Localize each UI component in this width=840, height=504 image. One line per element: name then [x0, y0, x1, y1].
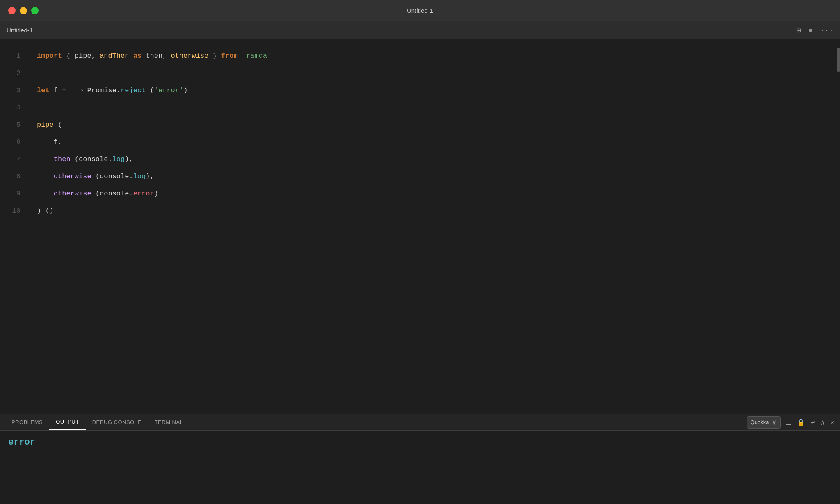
tab-debug-console[interactable]: DEBUG CONSOLE: [86, 414, 148, 430]
fn-then: then: [54, 151, 71, 168]
tab-problems[interactable]: PROBLEMS: [5, 414, 49, 430]
tab-output[interactable]: OUTPUT: [49, 414, 85, 430]
titlebar: Untitled-1: [0, 0, 840, 21]
method-error: error: [133, 185, 154, 202]
kw-as: as: [133, 48, 142, 65]
tab-terminal[interactable]: TERMINAL: [148, 414, 190, 430]
fn-otherwise-2: otherwise: [54, 185, 91, 202]
line-num-1: 1: [0, 48, 29, 65]
line-num-6: 6: [0, 134, 29, 151]
line-num-7: 7: [0, 151, 29, 168]
panel-content: error: [0, 431, 840, 504]
split-editor-icon[interactable]: ⊞: [797, 26, 801, 35]
code-line-8: otherwise (console. log ),: [37, 168, 837, 185]
code-line-2: [37, 65, 837, 82]
scrollbar-thumb[interactable]: [837, 48, 840, 72]
line-num-8: 8: [0, 168, 29, 185]
tab-actions: ⊞ ● ···: [797, 26, 833, 35]
lock-icon[interactable]: 🔒: [796, 418, 806, 427]
output-source-selector[interactable]: Quokka ∨: [747, 416, 781, 429]
str-ramda: 'ramda': [242, 48, 271, 65]
code-line-3: let f = _ ⇒ Promise. reject ( 'error' ): [37, 82, 837, 99]
close-button[interactable]: [8, 7, 16, 14]
scrollbar-track[interactable]: [837, 39, 840, 414]
clear-output-icon[interactable]: ☰: [785, 418, 792, 427]
code-line-10: ) (): [37, 202, 837, 220]
panel-tabs: PROBLEMS OUTPUT DEBUG CONSOLE TERMINAL Q…: [0, 414, 840, 431]
code-line-7: then (console. log ),: [37, 151, 837, 168]
method-reject: reject: [121, 82, 146, 99]
code-editor[interactable]: import { pipe, andThen as then, otherwis…: [29, 39, 837, 414]
editor-tab-bar: Untitled-1 ⊞ ● ···: [0, 21, 840, 39]
fn-pipe: pipe: [37, 116, 54, 134]
panel: PROBLEMS OUTPUT DEBUG CONSOLE TERMINAL Q…: [0, 414, 840, 504]
line-num-4: 4: [0, 99, 29, 116]
active-tab-label[interactable]: Untitled-1: [7, 27, 33, 34]
fn-otherwise-import: otherwise: [171, 48, 209, 65]
more-actions-icon[interactable]: ···: [820, 26, 833, 34]
maximize-button[interactable]: [31, 7, 39, 14]
editor-wrapper: Untitled-1 ⊞ ● ··· 1 2 3 4 5 6 7 8 9 10: [0, 21, 840, 504]
fn-andthen: andThen: [100, 48, 129, 65]
output-error-text: error: [8, 437, 35, 447]
output-source-label: Quokka: [751, 419, 769, 425]
editor-area: 1 2 3 4 5 6 7 8 9 10 import { pipe, and: [0, 39, 840, 414]
code-line-9: otherwise (console. error ): [37, 185, 837, 202]
unsaved-dot-icon: ●: [808, 26, 813, 34]
line-num-10: 10: [0, 202, 29, 220]
code-line-5: pipe (: [37, 116, 837, 134]
line-num-5: 5: [0, 116, 29, 134]
arrow-symbol: ⇒: [79, 82, 83, 99]
fn-otherwise-1: otherwise: [54, 168, 91, 185]
line-num-9: 9: [0, 185, 29, 202]
window-controls: [8, 7, 39, 14]
minimize-button[interactable]: [20, 7, 27, 14]
kw-import: import: [37, 48, 62, 65]
code-line-6: f,: [37, 134, 837, 151]
kw-from: from: [221, 48, 238, 65]
chevron-down-icon[interactable]: ∨: [771, 418, 777, 427]
window-title: Untitled-1: [407, 7, 433, 14]
code-line-4: [37, 99, 837, 116]
chevron-up-icon[interactable]: ∧: [820, 418, 826, 427]
method-log-2: log: [133, 168, 146, 185]
wrap-icon[interactable]: ↩: [810, 418, 816, 427]
close-panel-icon[interactable]: ✕: [829, 418, 835, 427]
panel-controls: Quokka ∨ ☰ 🔒 ↩ ∧ ✕: [747, 416, 835, 429]
str-error: 'error': [154, 82, 183, 99]
line-num-2: 2: [0, 65, 29, 82]
line-numbers: 1 2 3 4 5 6 7 8 9 10: [0, 39, 29, 414]
method-log-1: log: [112, 151, 125, 168]
code-line-1: import { pipe, andThen as then, otherwis…: [37, 48, 837, 65]
kw-let: let: [37, 82, 50, 99]
line-num-3: 3: [0, 82, 29, 99]
